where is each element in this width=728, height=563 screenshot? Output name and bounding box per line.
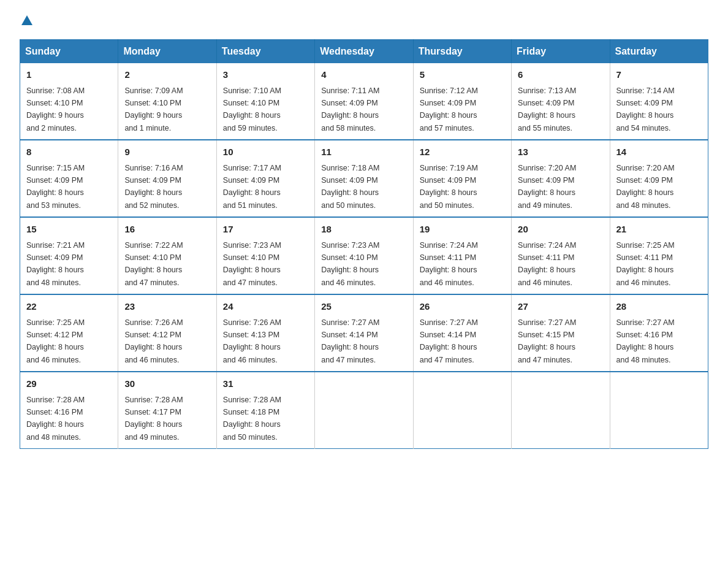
day-number: 31 (223, 377, 308, 391)
calendar-day-cell: 28 Sunrise: 7:27 AMSunset: 4:16 PMDaylig… (610, 294, 708, 372)
day-info: Sunrise: 7:08 AMSunset: 4:10 PMDaylight:… (26, 86, 85, 132)
day-number: 29 (26, 377, 112, 391)
calendar-week-row: 29 Sunrise: 7:28 AMSunset: 4:16 PMDaylig… (20, 372, 708, 449)
day-info: Sunrise: 7:10 AMSunset: 4:10 PMDaylight:… (223, 86, 281, 132)
day-number: 27 (518, 300, 603, 314)
day-number: 3 (223, 68, 308, 82)
day-info: Sunrise: 7:25 AMSunset: 4:12 PMDaylight:… (26, 318, 85, 364)
calendar-day-cell: 10 Sunrise: 7:17 AMSunset: 4:09 PMDaylig… (216, 140, 314, 217)
day-info: Sunrise: 7:14 AMSunset: 4:09 PMDaylight:… (616, 86, 675, 132)
day-info: Sunrise: 7:20 AMSunset: 4:09 PMDaylight:… (616, 164, 675, 210)
day-number: 21 (616, 223, 702, 237)
logo-triangle-icon (21, 15, 32, 28)
calendar-day-cell: 12 Sunrise: 7:19 AMSunset: 4:09 PMDaylig… (413, 140, 511, 217)
calendar-day-cell: 23 Sunrise: 7:26 AMSunset: 4:12 PMDaylig… (118, 294, 216, 372)
day-info: Sunrise: 7:23 AMSunset: 4:10 PMDaylight:… (321, 241, 379, 287)
day-info: Sunrise: 7:22 AMSunset: 4:10 PMDaylight:… (124, 241, 183, 287)
calendar-day-cell: 22 Sunrise: 7:25 AMSunset: 4:12 PMDaylig… (20, 294, 118, 372)
calendar-day-cell: 5 Sunrise: 7:12 AMSunset: 4:09 PMDayligh… (413, 63, 511, 140)
day-number: 23 (124, 300, 210, 314)
page-header (20, 15, 708, 27)
day-number: 25 (321, 300, 406, 314)
day-info: Sunrise: 7:18 AMSunset: 4:09 PMDaylight:… (321, 164, 379, 210)
calendar-day-cell: 30 Sunrise: 7:28 AMSunset: 4:17 PMDaylig… (118, 372, 216, 449)
day-number: 20 (518, 223, 603, 237)
calendar-body: 1 Sunrise: 7:08 AMSunset: 4:10 PMDayligh… (20, 63, 708, 449)
day-number: 28 (616, 300, 702, 314)
day-number: 14 (616, 145, 702, 159)
calendar-week-row: 1 Sunrise: 7:08 AMSunset: 4:10 PMDayligh… (20, 63, 708, 140)
day-number: 22 (26, 300, 112, 314)
calendar-day-cell: 16 Sunrise: 7:22 AMSunset: 4:10 PMDaylig… (118, 217, 216, 294)
weekday-header-saturday: Saturday (610, 40, 708, 64)
day-number: 7 (616, 68, 702, 82)
day-number: 30 (124, 377, 210, 391)
calendar-day-cell (413, 372, 511, 449)
calendar-day-cell: 11 Sunrise: 7:18 AMSunset: 4:09 PMDaylig… (315, 140, 413, 217)
day-number: 13 (518, 145, 603, 159)
day-info: Sunrise: 7:12 AMSunset: 4:09 PMDaylight:… (420, 86, 478, 132)
day-number: 10 (223, 145, 308, 159)
weekday-header-wednesday: Wednesday (315, 40, 413, 64)
calendar-day-cell: 18 Sunrise: 7:23 AMSunset: 4:10 PMDaylig… (315, 217, 413, 294)
day-info: Sunrise: 7:28 AMSunset: 4:17 PMDaylight:… (124, 396, 183, 442)
day-info: Sunrise: 7:11 AMSunset: 4:09 PMDaylight:… (321, 86, 379, 132)
logo (20, 15, 32, 27)
weekday-header-thursday: Thursday (413, 40, 511, 64)
calendar-day-cell: 27 Sunrise: 7:27 AMSunset: 4:15 PMDaylig… (512, 294, 610, 372)
day-info: Sunrise: 7:27 AMSunset: 4:16 PMDaylight:… (616, 318, 675, 364)
calendar-day-cell (610, 372, 708, 449)
calendar-week-row: 22 Sunrise: 7:25 AMSunset: 4:12 PMDaylig… (20, 294, 708, 372)
calendar-day-cell: 20 Sunrise: 7:24 AMSunset: 4:11 PMDaylig… (512, 217, 610, 294)
day-info: Sunrise: 7:21 AMSunset: 4:09 PMDaylight:… (26, 241, 85, 287)
calendar-day-cell: 19 Sunrise: 7:24 AMSunset: 4:11 PMDaylig… (413, 217, 511, 294)
calendar-day-cell: 7 Sunrise: 7:14 AMSunset: 4:09 PMDayligh… (610, 63, 708, 140)
calendar-table: SundayMondayTuesdayWednesdayThursdayFrid… (20, 39, 708, 449)
weekday-header-tuesday: Tuesday (216, 40, 314, 64)
calendar-day-cell: 29 Sunrise: 7:28 AMSunset: 4:16 PMDaylig… (20, 372, 118, 449)
day-info: Sunrise: 7:17 AMSunset: 4:09 PMDaylight:… (223, 164, 281, 210)
day-number: 24 (223, 300, 308, 314)
weekday-row: SundayMondayTuesdayWednesdayThursdayFrid… (20, 40, 708, 64)
day-info: Sunrise: 7:27 AMSunset: 4:15 PMDaylight:… (518, 318, 576, 364)
day-number: 15 (26, 223, 112, 237)
day-number: 12 (420, 145, 505, 159)
svg-marker-0 (21, 15, 32, 25)
day-number: 17 (223, 223, 308, 237)
day-info: Sunrise: 7:26 AMSunset: 4:13 PMDaylight:… (223, 318, 281, 364)
day-info: Sunrise: 7:20 AMSunset: 4:09 PMDaylight:… (518, 164, 576, 210)
day-number: 18 (321, 223, 406, 237)
weekday-header-sunday: Sunday (20, 40, 118, 64)
calendar-day-cell: 14 Sunrise: 7:20 AMSunset: 4:09 PMDaylig… (610, 140, 708, 217)
day-info: Sunrise: 7:19 AMSunset: 4:09 PMDaylight:… (420, 164, 478, 210)
calendar-week-row: 15 Sunrise: 7:21 AMSunset: 4:09 PMDaylig… (20, 217, 708, 294)
calendar-day-cell: 8 Sunrise: 7:15 AMSunset: 4:09 PMDayligh… (20, 140, 118, 217)
day-info: Sunrise: 7:27 AMSunset: 4:14 PMDaylight:… (321, 318, 379, 364)
calendar-week-row: 8 Sunrise: 7:15 AMSunset: 4:09 PMDayligh… (20, 140, 708, 217)
calendar-day-cell: 31 Sunrise: 7:28 AMSunset: 4:18 PMDaylig… (216, 372, 314, 449)
day-number: 16 (124, 223, 210, 237)
day-info: Sunrise: 7:28 AMSunset: 4:16 PMDaylight:… (26, 396, 85, 442)
day-info: Sunrise: 7:28 AMSunset: 4:18 PMDaylight:… (223, 396, 281, 442)
calendar-day-cell (315, 372, 413, 449)
day-info: Sunrise: 7:27 AMSunset: 4:14 PMDaylight:… (420, 318, 478, 364)
calendar-day-cell: 4 Sunrise: 7:11 AMSunset: 4:09 PMDayligh… (315, 63, 413, 140)
day-number: 9 (124, 145, 210, 159)
day-number: 6 (518, 68, 603, 82)
calendar-day-cell: 26 Sunrise: 7:27 AMSunset: 4:14 PMDaylig… (413, 294, 511, 372)
calendar-header: SundayMondayTuesdayWednesdayThursdayFrid… (20, 40, 708, 64)
day-number: 26 (420, 300, 505, 314)
calendar-day-cell: 17 Sunrise: 7:23 AMSunset: 4:10 PMDaylig… (216, 217, 314, 294)
day-number: 1 (26, 68, 112, 82)
calendar-day-cell: 15 Sunrise: 7:21 AMSunset: 4:09 PMDaylig… (20, 217, 118, 294)
day-info: Sunrise: 7:16 AMSunset: 4:09 PMDaylight:… (124, 164, 183, 210)
day-info: Sunrise: 7:13 AMSunset: 4:09 PMDaylight:… (518, 86, 576, 132)
day-info: Sunrise: 7:23 AMSunset: 4:10 PMDaylight:… (223, 241, 281, 287)
day-number: 11 (321, 145, 406, 159)
day-number: 4 (321, 68, 406, 82)
weekday-header-monday: Monday (118, 40, 216, 64)
day-info: Sunrise: 7:09 AMSunset: 4:10 PMDaylight:… (124, 86, 183, 132)
day-number: 5 (420, 68, 505, 82)
calendar-day-cell: 1 Sunrise: 7:08 AMSunset: 4:10 PMDayligh… (20, 63, 118, 140)
calendar-day-cell: 13 Sunrise: 7:20 AMSunset: 4:09 PMDaylig… (512, 140, 610, 217)
